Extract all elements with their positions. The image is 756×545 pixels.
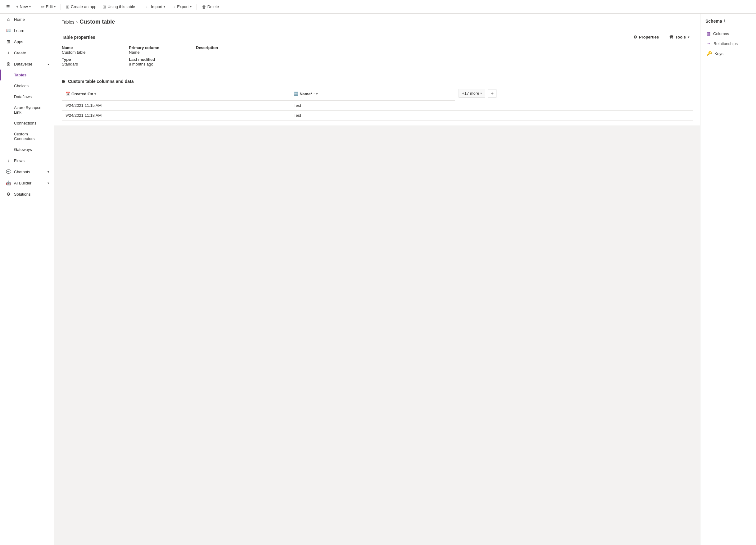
plus-icon: + [16,4,19,9]
cell-created-on: 9/24/2021 11:18 AM [62,111,290,120]
col-label: Name* [300,92,312,96]
sidebar-label: Dataflows [14,94,32,99]
sidebar-label: Solutions [14,192,30,197]
sidebar-item-home[interactable]: ⌂ Home [0,14,54,25]
sidebar-item-chatbots[interactable]: 💬 Chatbots ▾ [0,166,54,177]
more-label: +17 more [462,91,479,96]
tools-button[interactable]: 🛠 Tools ▾ [666,33,693,42]
breadcrumb-separator: › [76,20,78,25]
sidebar-item-apps[interactable]: ⊞ Apps [0,36,54,47]
using-table-button[interactable]: ⊞ Using this table [100,2,138,11]
sidebar-label: Chatbots [14,170,30,174]
breadcrumb-current: Custom table [79,19,115,25]
toolbar: ☰ + New ▾ ✏ Edit ▾ ⊞ Create an app ⊞ Usi… [0,0,756,14]
schema-label: Relationships [713,41,738,46]
tools-icon: 🛠 [669,35,673,39]
apps-icon: ⊞ [6,39,11,44]
plus-icon: + [491,91,494,96]
chevron-down-icon: ▾ [48,181,49,185]
table-row: 9/24/2021 11:18 AM Test [62,111,693,120]
table-data-section: ⊞ Custom table columns and data 📅 Cr [54,74,700,125]
sidebar-item-create[interactable]: + Create [0,47,54,58]
more-columns-button[interactable]: +17 more ▾ [459,89,485,98]
new-button[interactable]: + New ▾ [14,2,33,11]
relationships-icon: ↔ [707,41,711,46]
primary-col-value: Name [129,50,191,55]
ai-icon: 🤖 [6,180,11,185]
sidebar-label: Apps [14,39,23,44]
col-header-more: +17 more ▾ + [455,88,693,100]
col-header-name[interactable]: 🔤 Name* ↑ ▾ [290,88,455,100]
chevron-down-icon: ▾ [54,5,56,8]
edit-button[interactable]: ✏ Edit ▾ [38,2,58,11]
info-icon: ℹ [724,19,726,23]
breadcrumb-parent[interactable]: Tables [62,20,74,25]
cell-extra [455,111,693,120]
solutions-icon: ⚙ [6,192,11,197]
name-value: Custom table [62,50,124,55]
chevron-down-icon: ▾ [29,5,31,8]
sidebar-item-learn[interactable]: 📖 Learn [0,25,54,36]
sort-icon: ▾ [94,92,96,96]
last-modified-value: 8 months ago [129,62,191,66]
sidebar-item-flows[interactable]: ↕ Flows [0,155,54,166]
create-app-button[interactable]: ⊞ Create an app [63,2,99,11]
schema-item-columns[interactable]: ▦ Columns [705,29,751,39]
sidebar-item-connections[interactable]: Connections [0,118,54,129]
dataverse-icon: 🗄 [6,61,11,66]
sidebar-item-tables[interactable]: Tables [0,70,54,80]
home-icon: ⌂ [6,17,11,22]
chevron-down-icon: ▾ [688,35,689,39]
sidebar-label: Dataverse [14,62,32,66]
chevron-down-icon: ▾ [48,170,49,174]
export-icon: → [171,4,176,9]
sidebar-label: Learn [14,28,24,33]
sidebar-label: Custom Connectors [14,132,49,141]
calendar-icon: 📅 [66,92,70,96]
properties-button[interactable]: ⚙ Properties [630,33,662,42]
type-label: Type [62,57,124,62]
cell-name: Test [290,111,455,120]
app-icon: ⊞ [66,4,70,9]
sidebar-label: Gateways [14,147,32,152]
add-column-button[interactable]: + [488,89,496,98]
sidebar-label: Azure Synapse Link [14,105,49,115]
schema-label: Columns [713,31,729,36]
sidebar-item-azure[interactable]: Azure Synapse Link [0,102,54,118]
schema-panel: Schema ℹ ▦ Columns ↔ Relationships 🔑 Key… [700,14,756,545]
import-icon: ← [145,4,150,9]
sidebar-item-ai-builder[interactable]: 🤖 AI Builder ▾ [0,177,54,188]
sidebar-label: Home [14,17,25,22]
name-label: Name [62,45,124,50]
delete-button[interactable]: 🗑 Delete [199,2,222,11]
schema-item-keys[interactable]: 🔑 Keys [705,48,751,58]
sidebar-item-dataverse[interactable]: 🗄 Dataverse ▴ [0,58,54,70]
import-button[interactable]: ← Import ▾ [143,2,168,11]
chatbots-icon: 💬 [6,169,11,174]
sort-asc-icon: ↑ [313,92,315,96]
cell-created-on: 9/24/2021 11:15 AM [62,100,290,111]
data-table: 📅 Created On ▾ 🔤 Name* [62,88,693,120]
table-row: 9/24/2021 11:15 AM Test [62,100,693,111]
sidebar-item-dataflows[interactable]: Dataflows [0,91,54,102]
sidebar-label: Flows [14,158,25,163]
primary-col-label: Primary column [129,45,191,50]
delete-icon: 🗑 [202,4,206,9]
sidebar-item-choices[interactable]: Choices [0,80,54,91]
sidebar-label: AI Builder [14,181,31,185]
description-label: Description [196,45,693,50]
hamburger-menu[interactable]: ☰ [4,2,12,11]
breadcrumb: Tables › Custom table [54,14,700,28]
export-button[interactable]: → Export ▾ [169,2,194,11]
col-header-created-on[interactable]: 📅 Created On ▾ [62,88,290,100]
schema-item-relationships[interactable]: ↔ Relationships [705,39,751,48]
main-content: Tables › Custom table Table properties ⚙… [54,14,700,545]
sidebar-item-solutions[interactable]: ⚙ Solutions [0,188,54,200]
edit-icon: ✏ [41,4,45,9]
sidebar-item-custom-connectors[interactable]: Custom Connectors [0,129,54,144]
sidebar-item-gateways[interactable]: Gateways [0,144,54,155]
sidebar-label: Tables [14,73,26,77]
sidebar: ⌂ Home 📖 Learn ⊞ Apps + Create 🗄 Dataver… [0,14,54,545]
text-icon: 🔤 [294,92,298,96]
last-modified-label: Last modified [129,57,191,62]
